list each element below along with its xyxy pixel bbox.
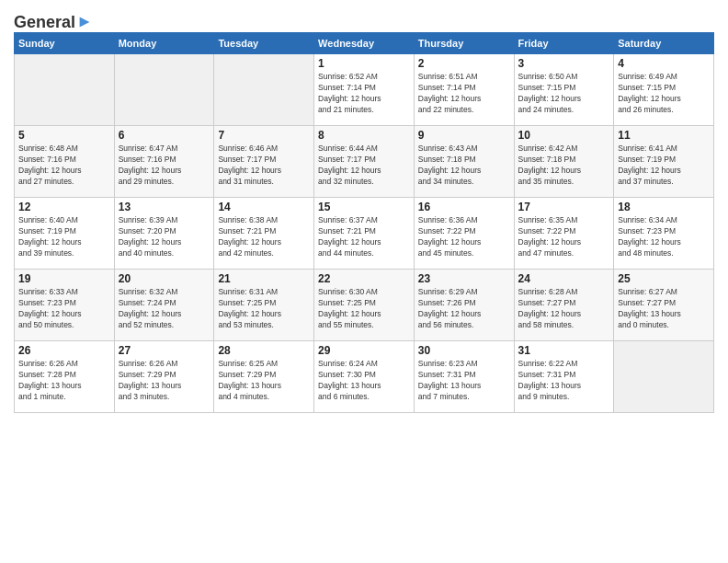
calendar-week-1: 1Sunrise: 6:52 AM Sunset: 7:14 PM Daylig… bbox=[15, 54, 714, 126]
calendar-cell: 9Sunrise: 6:43 AM Sunset: 7:18 PM Daylig… bbox=[414, 126, 514, 198]
day-info: Sunrise: 6:22 AM Sunset: 7:31 PM Dayligh… bbox=[518, 359, 610, 403]
calendar-cell: 5Sunrise: 6:48 AM Sunset: 7:16 PM Daylig… bbox=[15, 126, 115, 198]
day-info: Sunrise: 6:29 AM Sunset: 7:26 PM Dayligh… bbox=[418, 287, 510, 331]
calendar-cell: 2Sunrise: 6:51 AM Sunset: 7:14 PM Daylig… bbox=[414, 54, 514, 126]
svg-marker-0 bbox=[80, 17, 90, 27]
day-info: Sunrise: 6:46 AM Sunset: 7:17 PM Dayligh… bbox=[218, 144, 310, 188]
day-number: 2 bbox=[418, 57, 510, 70]
day-number: 22 bbox=[318, 272, 410, 285]
day-info: Sunrise: 6:48 AM Sunset: 7:16 PM Dayligh… bbox=[18, 144, 110, 188]
calendar-week-3: 12Sunrise: 6:40 AM Sunset: 7:19 PM Dayli… bbox=[15, 198, 714, 270]
day-info: Sunrise: 6:49 AM Sunset: 7:15 PM Dayligh… bbox=[618, 72, 710, 116]
day-info: Sunrise: 6:38 AM Sunset: 7:21 PM Dayligh… bbox=[218, 215, 310, 259]
day-number: 26 bbox=[18, 344, 110, 357]
day-number: 19 bbox=[18, 272, 110, 285]
day-info: Sunrise: 6:30 AM Sunset: 7:25 PM Dayligh… bbox=[318, 287, 410, 331]
day-info: Sunrise: 6:52 AM Sunset: 7:14 PM Dayligh… bbox=[318, 72, 410, 116]
logo: General bbox=[14, 13, 93, 29]
day-number: 16 bbox=[418, 201, 510, 213]
day-info: Sunrise: 6:24 AM Sunset: 7:30 PM Dayligh… bbox=[318, 359, 410, 403]
day-info: Sunrise: 6:44 AM Sunset: 7:17 PM Dayligh… bbox=[318, 144, 410, 188]
day-number: 3 bbox=[518, 57, 610, 70]
day-number: 28 bbox=[218, 344, 310, 357]
day-number: 11 bbox=[618, 129, 710, 142]
calendar-cell: 12Sunrise: 6:40 AM Sunset: 7:19 PM Dayli… bbox=[15, 198, 115, 270]
calendar-cell: 14Sunrise: 6:38 AM Sunset: 7:21 PM Dayli… bbox=[214, 198, 314, 270]
day-info: Sunrise: 6:34 AM Sunset: 7:23 PM Dayligh… bbox=[618, 215, 710, 259]
calendar-cell: 25Sunrise: 6:27 AM Sunset: 7:27 PM Dayli… bbox=[614, 270, 714, 341]
day-info: Sunrise: 6:42 AM Sunset: 7:18 PM Dayligh… bbox=[518, 144, 610, 188]
day-info: Sunrise: 6:35 AM Sunset: 7:22 PM Dayligh… bbox=[518, 215, 610, 259]
calendar-header-row: SundayMondayTuesdayWednesdayThursdayFrid… bbox=[15, 33, 714, 54]
day-info: Sunrise: 6:51 AM Sunset: 7:14 PM Dayligh… bbox=[418, 72, 510, 116]
calendar-cell: 20Sunrise: 6:32 AM Sunset: 7:24 PM Dayli… bbox=[114, 270, 214, 341]
calendar-header-monday: Monday bbox=[114, 33, 214, 54]
calendar-header-sunday: Sunday bbox=[15, 33, 115, 54]
calendar-cell: 27Sunrise: 6:26 AM Sunset: 7:29 PM Dayli… bbox=[114, 341, 214, 413]
calendar-cell: 11Sunrise: 6:41 AM Sunset: 7:19 PM Dayli… bbox=[614, 126, 714, 198]
day-info: Sunrise: 6:26 AM Sunset: 7:28 PM Dayligh… bbox=[18, 359, 110, 403]
calendar-header-saturday: Saturday bbox=[614, 33, 714, 54]
day-info: Sunrise: 6:27 AM Sunset: 7:27 PM Dayligh… bbox=[618, 287, 710, 331]
calendar-cell: 23Sunrise: 6:29 AM Sunset: 7:26 PM Dayli… bbox=[414, 270, 514, 341]
calendar-cell: 28Sunrise: 6:25 AM Sunset: 7:29 PM Dayli… bbox=[214, 341, 314, 413]
calendar-cell: 26Sunrise: 6:26 AM Sunset: 7:28 PM Dayli… bbox=[15, 341, 115, 413]
day-info: Sunrise: 6:43 AM Sunset: 7:18 PM Dayligh… bbox=[418, 144, 510, 188]
day-number: 23 bbox=[418, 272, 510, 285]
day-number: 10 bbox=[518, 129, 610, 142]
logo-line: General bbox=[14, 13, 93, 32]
day-info: Sunrise: 6:47 AM Sunset: 7:16 PM Dayligh… bbox=[119, 144, 210, 188]
day-info: Sunrise: 6:28 AM Sunset: 7:27 PM Dayligh… bbox=[518, 287, 610, 331]
day-number: 5 bbox=[18, 129, 110, 142]
calendar-cell bbox=[114, 54, 214, 126]
day-number: 12 bbox=[18, 201, 110, 213]
day-number: 6 bbox=[119, 129, 210, 142]
day-number: 29 bbox=[318, 344, 410, 357]
day-number: 7 bbox=[218, 129, 310, 142]
day-number: 24 bbox=[518, 272, 610, 285]
day-info: Sunrise: 6:41 AM Sunset: 7:19 PM Dayligh… bbox=[618, 144, 710, 188]
day-info: Sunrise: 6:36 AM Sunset: 7:22 PM Dayligh… bbox=[418, 215, 510, 259]
day-number: 17 bbox=[518, 201, 610, 213]
calendar-cell: 8Sunrise: 6:44 AM Sunset: 7:17 PM Daylig… bbox=[314, 126, 415, 198]
calendar-cell: 4Sunrise: 6:49 AM Sunset: 7:15 PM Daylig… bbox=[614, 54, 714, 126]
calendar-cell: 1Sunrise: 6:52 AM Sunset: 7:14 PM Daylig… bbox=[314, 54, 415, 126]
header: General bbox=[14, 9, 714, 29]
day-info: Sunrise: 6:23 AM Sunset: 7:31 PM Dayligh… bbox=[418, 359, 510, 403]
day-number: 14 bbox=[218, 201, 310, 213]
calendar-cell: 15Sunrise: 6:37 AM Sunset: 7:21 PM Dayli… bbox=[314, 198, 415, 270]
day-number: 1 bbox=[318, 57, 410, 70]
day-info: Sunrise: 6:31 AM Sunset: 7:25 PM Dayligh… bbox=[218, 287, 310, 331]
calendar-table: SundayMondayTuesdayWednesdayThursdayFrid… bbox=[14, 32, 714, 413]
calendar-cell: 21Sunrise: 6:31 AM Sunset: 7:25 PM Dayli… bbox=[214, 270, 314, 341]
day-info: Sunrise: 6:32 AM Sunset: 7:24 PM Dayligh… bbox=[119, 287, 210, 331]
calendar-cell: 3Sunrise: 6:50 AM Sunset: 7:15 PM Daylig… bbox=[514, 54, 614, 126]
day-info: Sunrise: 6:40 AM Sunset: 7:19 PM Dayligh… bbox=[18, 215, 110, 259]
day-info: Sunrise: 6:37 AM Sunset: 7:21 PM Dayligh… bbox=[318, 215, 410, 259]
calendar-cell: 31Sunrise: 6:22 AM Sunset: 7:31 PM Dayli… bbox=[514, 341, 614, 413]
calendar-cell: 10Sunrise: 6:42 AM Sunset: 7:18 PM Dayli… bbox=[514, 126, 614, 198]
day-number: 18 bbox=[618, 201, 710, 213]
calendar-cell bbox=[614, 341, 714, 413]
day-number: 25 bbox=[618, 272, 710, 285]
day-number: 13 bbox=[119, 201, 210, 213]
calendar-cell: 24Sunrise: 6:28 AM Sunset: 7:27 PM Dayli… bbox=[514, 270, 614, 341]
calendar-cell: 22Sunrise: 6:30 AM Sunset: 7:25 PM Dayli… bbox=[314, 270, 415, 341]
calendar-week-2: 5Sunrise: 6:48 AM Sunset: 7:16 PM Daylig… bbox=[15, 126, 714, 198]
calendar-cell: 19Sunrise: 6:33 AM Sunset: 7:23 PM Dayli… bbox=[15, 270, 115, 341]
calendar-header-tuesday: Tuesday bbox=[214, 33, 314, 54]
calendar-cell: 29Sunrise: 6:24 AM Sunset: 7:30 PM Dayli… bbox=[314, 341, 415, 413]
day-info: Sunrise: 6:26 AM Sunset: 7:29 PM Dayligh… bbox=[119, 359, 210, 403]
calendar-cell: 16Sunrise: 6:36 AM Sunset: 7:22 PM Dayli… bbox=[414, 198, 514, 270]
day-number: 31 bbox=[518, 344, 610, 357]
calendar-header-wednesday: Wednesday bbox=[314, 33, 415, 54]
page: General SundayMondayTuesdayWednesdayThur… bbox=[0, 0, 728, 563]
calendar-cell: 6Sunrise: 6:47 AM Sunset: 7:16 PM Daylig… bbox=[114, 126, 214, 198]
day-number: 8 bbox=[318, 129, 410, 142]
calendar-cell: 17Sunrise: 6:35 AM Sunset: 7:22 PM Dayli… bbox=[514, 198, 614, 270]
day-number: 27 bbox=[119, 344, 210, 357]
calendar-cell: 30Sunrise: 6:23 AM Sunset: 7:31 PM Dayli… bbox=[414, 341, 514, 413]
logo-arrow-icon bbox=[76, 14, 93, 30]
day-info: Sunrise: 6:50 AM Sunset: 7:15 PM Dayligh… bbox=[518, 72, 610, 116]
day-info: Sunrise: 6:25 AM Sunset: 7:29 PM Dayligh… bbox=[218, 359, 310, 403]
